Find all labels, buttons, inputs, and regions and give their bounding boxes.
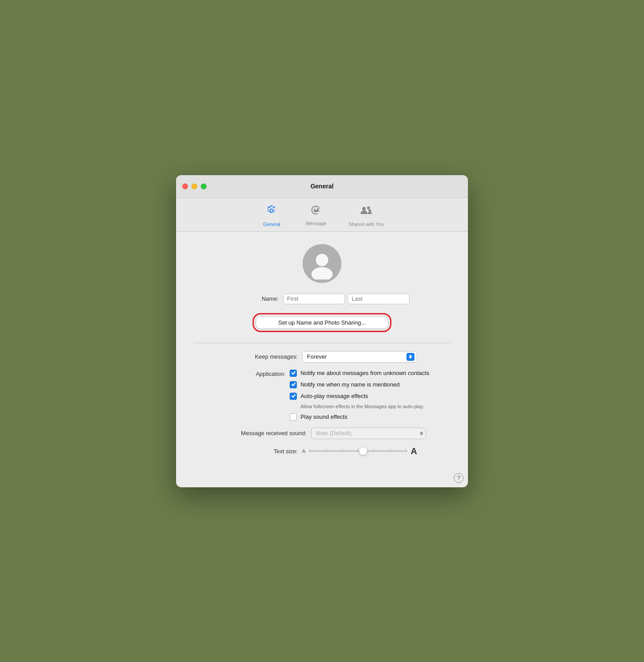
tab-general[interactable]: General: [249, 202, 294, 231]
at-icon: [310, 204, 322, 219]
svg-point-1: [367, 206, 370, 209]
text-size-small-label: A: [302, 448, 305, 454]
gear-icon: [265, 204, 278, 220]
help-row: ?: [176, 470, 468, 487]
divider: [194, 343, 450, 343]
checkbox-notify-unknown-label: Notify me about messages from unknown co…: [300, 370, 429, 376]
tab-sharedwithyou-label: Shared with You: [349, 222, 384, 227]
keep-messages-row: Keep messages: Forever 1 Year 30 Days: [194, 351, 450, 363]
slider-tick: [374, 448, 374, 452]
application-label: Application:: [215, 370, 285, 377]
slider-tick: [406, 448, 406, 452]
settings-window: General General iMessage: [176, 175, 468, 487]
slider-ticks: [309, 449, 407, 453]
checkbox-sound-effects[interactable]: [290, 413, 297, 421]
application-section: Application: Notify me about messages fr…: [194, 370, 450, 421]
first-name-input[interactable]: [283, 294, 345, 304]
text-size-label: Text size:: [227, 448, 298, 455]
name-inputs: [283, 294, 410, 304]
message-sound-select[interactable]: Note (Default): [311, 428, 426, 439]
tab-imessage[interactable]: iMessage: [294, 202, 338, 231]
text-size-large-label: A: [411, 446, 417, 456]
title-bar: General: [176, 175, 468, 198]
slider-tick: [310, 448, 310, 452]
setup-button-wrapper: Set up Name and Photo Sharing...: [194, 310, 450, 335]
help-button[interactable]: ?: [454, 473, 464, 483]
checkbox-autoplay[interactable]: [290, 393, 297, 400]
slider-tick: [342, 448, 342, 452]
traffic-lights: [182, 184, 207, 189]
tab-imessage-label: iMessage: [306, 221, 326, 226]
svg-point-0: [362, 207, 366, 210]
checkbox-notify-unknown[interactable]: [290, 370, 297, 377]
checkbox-autoplay-main: Auto-play message effects: [290, 393, 368, 400]
window-title: General: [310, 183, 334, 190]
slider-tick: [390, 448, 390, 452]
keep-messages-select[interactable]: Forever 1 Year 30 Days: [302, 351, 417, 363]
application-checkboxes: Notify me about messages from unknown co…: [290, 370, 429, 421]
tab-sharedwithyou[interactable]: Shared with You: [338, 202, 395, 231]
checkbox-row-autoplay: Auto-play message effects Allow fullscre…: [290, 393, 429, 409]
minimize-button[interactable]: [192, 184, 197, 189]
message-sound-label: Message received sound:: [218, 430, 307, 436]
checkbox-notify-name[interactable]: [290, 381, 297, 388]
slider-thumb[interactable]: [359, 447, 367, 455]
text-size-row: Text size: A A: [194, 446, 450, 456]
name-label: Name:: [234, 295, 279, 302]
toolbar: General iMessage: [176, 198, 468, 232]
last-name-input[interactable]: [348, 294, 410, 304]
checkbox-sound-effects-label: Play sound effects: [300, 413, 347, 420]
slider-tick: [326, 448, 326, 452]
slider-tick: [358, 448, 358, 452]
text-size-slider[interactable]: [309, 450, 407, 452]
checkbox-autoplay-sublabel: Allow fullscreen effects in the Messages…: [300, 404, 424, 409]
checkbox-autoplay-label: Auto-play message effects: [300, 393, 368, 399]
tab-general-label: General: [263, 222, 280, 227]
avatar[interactable]: [303, 244, 341, 283]
keep-messages-label: Keep messages:: [227, 353, 298, 360]
svg-point-3: [316, 254, 328, 266]
svg-point-4: [311, 267, 333, 279]
name-row: Name:: [194, 294, 450, 304]
shared-with-you-icon: [360, 204, 372, 220]
setup-name-photo-button[interactable]: Set up Name and Photo Sharing...: [256, 316, 388, 329]
message-sound-row: Message received sound: Note (Default): [194, 428, 450, 439]
maximize-button[interactable]: [201, 184, 207, 189]
setup-button-ring: Set up Name and Photo Sharing...: [253, 313, 391, 332]
application-row: Application: Notify me about messages fr…: [215, 370, 429, 421]
checkbox-row-notify-unknown: Notify me about messages from unknown co…: [290, 370, 429, 377]
checkbox-row-notify-name: Notify me when my name is mentioned: [290, 381, 429, 388]
checkbox-row-sound-effects: Play sound effects: [290, 413, 429, 421]
main-content: Name: Set up Name and Photo Sharing... K…: [176, 232, 468, 470]
keep-messages-select-wrapper: Forever 1 Year 30 Days: [302, 351, 417, 363]
text-size-content: A A: [302, 446, 417, 456]
sound-select-wrapper: Note (Default): [311, 428, 426, 439]
checkbox-notify-name-label: Notify me when my name is mentioned: [300, 381, 399, 388]
avatar-section: [194, 244, 450, 283]
close-button[interactable]: [182, 184, 188, 189]
